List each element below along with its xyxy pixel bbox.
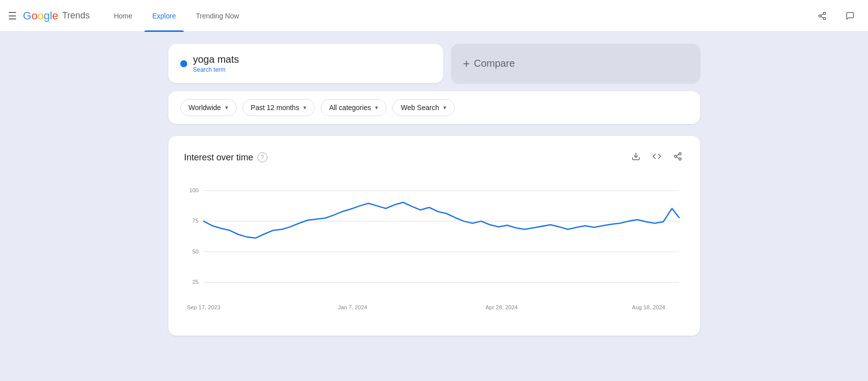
filter-category-chevron: ▾ (375, 104, 378, 111)
interest-chart: 100 75 50 25 Sep 17, 2023 Jan 7, 2024 Ap… (184, 177, 684, 320)
embed-icon[interactable] (650, 150, 663, 165)
filter-region[interactable]: Worldwide ▾ (180, 99, 237, 116)
trends-logo-text: Trends (62, 10, 90, 21)
compare-card[interactable]: + Compare (451, 44, 700, 83)
menu-icon[interactable]: ☰ (8, 10, 17, 22)
x-label-jan: Jan 7, 2024 (338, 304, 367, 310)
chart-card: Interest over time ? (168, 136, 700, 336)
svg-line-9 (676, 157, 679, 158)
logo: Google Trends (23, 9, 90, 22)
x-label-apr: Apr 28, 2024 (486, 304, 517, 310)
header: ☰ Google Trends Home Explore Trending No… (0, 0, 868, 32)
filter-time-chevron: ▾ (303, 104, 306, 111)
feedback-icon[interactable] (840, 6, 860, 26)
search-card[interactable]: yoga mats Search term (168, 44, 443, 83)
svg-line-3 (821, 16, 823, 18)
search-term-info: yoga mats Search term (193, 54, 239, 73)
nav-item-home[interactable]: Home (106, 0, 140, 32)
filter-category[interactable]: All categories ▾ (321, 99, 386, 116)
main-content: yoga mats Search term + Compare Worldwid… (160, 32, 708, 348)
svg-line-4 (821, 13, 823, 15)
y-label-100: 100 (189, 187, 198, 193)
chart-title: Interest over time (184, 152, 253, 163)
header-actions (812, 6, 860, 26)
download-icon[interactable] (629, 150, 642, 165)
main-nav: Home Explore Trending Now (106, 0, 812, 32)
filter-category-label: All categories (329, 104, 371, 112)
search-term-label: Search term (193, 66, 239, 73)
chart-actions (629, 150, 684, 165)
share-icon[interactable] (812, 6, 832, 26)
filter-search-type-label: Web Search (401, 104, 439, 112)
x-label-sep: Sep 17, 2023 (187, 304, 220, 310)
filter-search-type-chevron: ▾ (443, 104, 446, 111)
filter-search-type[interactable]: Web Search ▾ (392, 99, 455, 116)
y-label-50: 50 (192, 249, 199, 254)
filter-time[interactable]: Past 12 months ▾ (243, 99, 315, 116)
filters-row: Worldwide ▾ Past 12 months ▾ All categor… (168, 91, 700, 124)
svg-line-10 (676, 154, 679, 156)
filter-region-chevron: ▾ (225, 104, 228, 111)
search-term-text: yoga mats (193, 54, 239, 65)
chart-help-icon[interactable]: ? (257, 152, 267, 162)
x-label-aug: Aug 18, 2024 (631, 304, 665, 310)
chart-polyline (203, 202, 679, 238)
search-dot (180, 60, 187, 67)
chart-header: Interest over time ? (184, 150, 684, 165)
y-label-25: 25 (192, 279, 199, 285)
google-logo-text: Google (23, 9, 58, 22)
compare-plus-icon: + (463, 57, 470, 71)
chart-title-row: Interest over time ? (184, 152, 267, 163)
chart-share-icon[interactable] (671, 150, 684, 165)
compare-label: Compare (474, 58, 515, 69)
filter-time-label: Past 12 months (251, 104, 299, 112)
y-label-75: 75 (192, 218, 199, 224)
search-row: yoga mats Search term + Compare (168, 44, 700, 83)
chart-container: 100 75 50 25 Sep 17, 2023 Jan 7, 2024 Ap… (184, 177, 684, 322)
nav-item-explore[interactable]: Explore (144, 0, 184, 32)
filter-region-label: Worldwide (189, 104, 221, 112)
nav-item-trending[interactable]: Trending Now (188, 0, 247, 32)
